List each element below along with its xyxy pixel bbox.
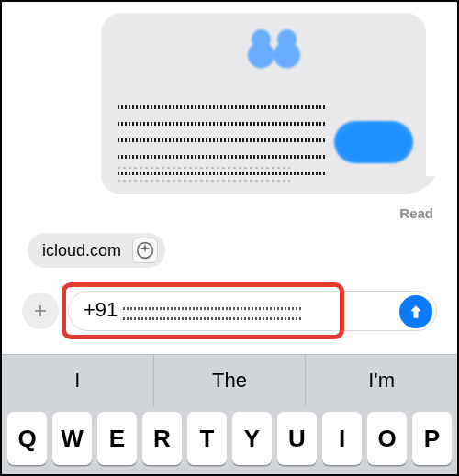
safari-icon — [132, 238, 158, 263]
keyboard-row: Q W E R T Y U I O P — [2, 406, 457, 465]
suggestion[interactable]: I'm — [305, 355, 457, 406]
key-t[interactable]: T — [187, 412, 227, 465]
key-i[interactable]: I — [322, 412, 362, 465]
redacted-phone-number — [123, 300, 301, 324]
send-button[interactable] — [399, 295, 432, 328]
key-q[interactable]: Q — [7, 412, 47, 465]
key-p[interactable]: P — [412, 412, 452, 465]
key-e[interactable]: E — [97, 412, 137, 465]
key-u[interactable]: U — [277, 412, 317, 465]
suggestion[interactable]: I — [2, 355, 153, 406]
key-y[interactable]: Y — [232, 412, 272, 465]
suggestion[interactable]: The — [153, 355, 306, 406]
incoming-message-bubble[interactable] — [101, 13, 426, 194]
link-domain: icloud.com — [42, 241, 121, 260]
redacted-text — [118, 156, 290, 187]
redacted-image-icon — [237, 19, 318, 69]
read-receipt: Read — [399, 205, 433, 221]
arrow-up-icon — [407, 303, 425, 321]
add-attachment-button[interactable] — [22, 293, 59, 329]
message-composer: +91 — [22, 281, 437, 341]
key-w[interactable]: W — [52, 412, 92, 465]
message-input-text: +91 — [84, 298, 301, 323]
plus-icon — [32, 303, 49, 319]
link-preview-chip[interactable]: icloud.com — [28, 233, 165, 268]
message-thread: Read — [2, 2, 457, 220]
key-o[interactable]: O — [367, 412, 407, 465]
message-input[interactable]: +91 — [68, 291, 437, 331]
key-r[interactable]: R — [142, 412, 182, 465]
redacted-button — [334, 121, 413, 163]
suggestion-bar: I The I'm — [2, 355, 457, 406]
keyboard: I The I'm Q W E R T Y U I O P — [2, 354, 457, 474]
